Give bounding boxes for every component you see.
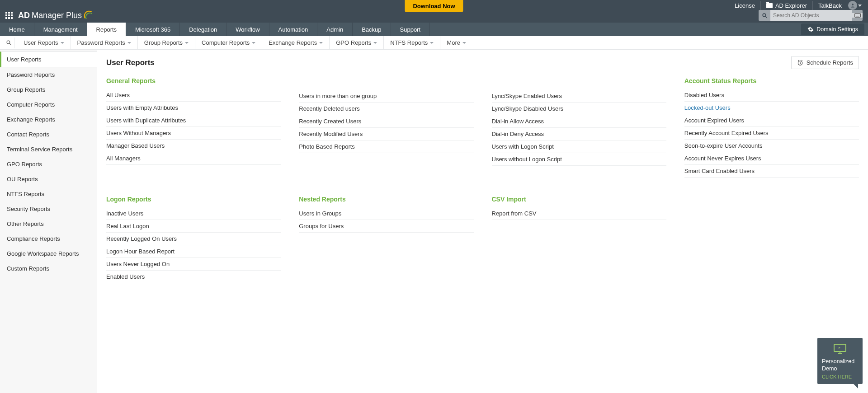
sidebar-item[interactable]: Terminal Service Reports bbox=[0, 142, 97, 157]
sidebar-item[interactable]: NTFS Reports bbox=[0, 187, 97, 201]
subnav-item[interactable]: Password Reports bbox=[71, 36, 138, 49]
tab-workflow[interactable]: Workflow bbox=[226, 23, 269, 36]
tab-admin[interactable]: Admin bbox=[317, 23, 353, 36]
sidebar-item[interactable]: Exchange Reports bbox=[0, 112, 97, 127]
subnav-search-icon[interactable] bbox=[4, 37, 14, 48]
top-bar: License AD Explorer TalkBack AD Manager … bbox=[0, 0, 868, 23]
sidebar-item[interactable]: Contact Reports bbox=[0, 127, 97, 142]
report-link[interactable]: Recently Deleted users bbox=[299, 103, 473, 115]
svg-line-14 bbox=[798, 60, 799, 61]
report-link[interactable]: Soon-to-expire User Accounts bbox=[684, 140, 859, 152]
sidebar-item[interactable]: Other Reports bbox=[0, 216, 97, 231]
tab-delegation[interactable]: Delegation bbox=[180, 23, 226, 36]
sidebar-item[interactable]: Google Workspace Reports bbox=[0, 246, 97, 261]
ad-explorer-label: AD Explorer bbox=[775, 2, 807, 9]
page-title: User Reports bbox=[106, 58, 155, 67]
content-area: User ReportsPassword ReportsGroup Report… bbox=[0, 50, 868, 393]
chevron-down-icon bbox=[127, 42, 131, 44]
report-link[interactable]: Real Last Logon bbox=[106, 220, 281, 233]
report-link[interactable]: Users in Groups bbox=[299, 207, 473, 220]
ad-explorer-link[interactable]: AD Explorer bbox=[761, 1, 813, 10]
subnav-item[interactable]: NTFS Reports bbox=[384, 36, 440, 49]
subnav-item[interactable]: Group Reports bbox=[138, 36, 195, 49]
subnav-item[interactable]: More bbox=[440, 36, 472, 49]
tab-automation[interactable]: Automation bbox=[269, 23, 318, 36]
report-link[interactable]: Locked-out Users bbox=[684, 102, 859, 114]
tab-reports[interactable]: Reports bbox=[87, 23, 127, 36]
sidebar-item[interactable]: Custom Reports bbox=[0, 261, 97, 276]
report-link[interactable]: Logon Hour Based Report bbox=[106, 245, 281, 258]
download-now-button[interactable]: Download Now bbox=[405, 0, 463, 12]
report-link[interactable]: Lync/Skype Disabled Users bbox=[492, 103, 666, 115]
chevron-down-icon bbox=[858, 5, 862, 7]
report-link[interactable]: All Users bbox=[106, 89, 281, 102]
search-ad-objects[interactable] bbox=[759, 10, 863, 21]
sidebar-item[interactable]: Group Reports bbox=[0, 82, 97, 97]
sidebar-item[interactable]: Computer Reports bbox=[0, 97, 97, 112]
account-menu[interactable] bbox=[847, 1, 863, 10]
report-link[interactable]: Users Without Managers bbox=[106, 127, 281, 140]
tab-backup[interactable]: Backup bbox=[353, 23, 391, 36]
report-link[interactable]: Users with Logon Script bbox=[492, 140, 666, 153]
demo-callout[interactable]: Personalized Demo CLICK HERE bbox=[817, 338, 863, 384]
group-title: CSV Import bbox=[492, 196, 666, 203]
report-link[interactable]: Users Never Logged On bbox=[106, 258, 281, 271]
schedule-reports-button[interactable]: Schedule Reports bbox=[791, 56, 859, 69]
brand-logo[interactable]: AD Manager Plus bbox=[18, 9, 94, 21]
svg-rect-3 bbox=[854, 14, 860, 17]
report-link[interactable]: All Managers bbox=[106, 152, 281, 165]
report-link[interactable]: Lync/Skype Enabled Users bbox=[492, 90, 666, 103]
report-link[interactable]: Dial-in Deny Access bbox=[492, 128, 666, 140]
report-link[interactable]: Inactive Users bbox=[106, 207, 281, 220]
sidebar-item[interactable]: GPO Reports bbox=[0, 157, 97, 172]
sidebar-item[interactable]: Password Reports bbox=[0, 67, 97, 82]
report-link[interactable]: Recently Account Expired Users bbox=[684, 127, 859, 140]
report-link[interactable]: Recently Created Users bbox=[299, 115, 473, 128]
license-link[interactable]: License bbox=[729, 1, 761, 10]
keyboard-icon[interactable] bbox=[852, 13, 863, 18]
sidebar-item[interactable]: Security Reports bbox=[0, 201, 97, 216]
report-link[interactable]: Account Never Expires Users bbox=[684, 152, 859, 165]
subnav-item[interactable]: Exchange Reports bbox=[262, 36, 330, 49]
domain-settings-button[interactable]: Domain Settings bbox=[801, 23, 864, 35]
report-link[interactable]: Users with Duplicate Attributes bbox=[106, 114, 281, 127]
sidebar-item[interactable]: Compliance Reports bbox=[0, 231, 97, 246]
report-link[interactable]: Manager Based Users bbox=[106, 140, 281, 152]
report-link[interactable]: Enabled Users bbox=[106, 271, 281, 283]
report-link[interactable]: Photo Based Reports bbox=[299, 140, 473, 153]
report-link[interactable]: Users with Empty Attributes bbox=[106, 102, 281, 114]
report-link[interactable]: Account Expired Users bbox=[684, 114, 859, 127]
svg-line-10 bbox=[9, 43, 11, 45]
subnav-item[interactable]: GPO Reports bbox=[330, 36, 384, 49]
tab-home[interactable]: Home bbox=[0, 23, 34, 36]
subnav-item[interactable]: User Reports bbox=[17, 36, 71, 49]
subnav-item-label: User Reports bbox=[24, 39, 58, 46]
tab-m365[interactable]: Microsoft 365 bbox=[126, 23, 180, 36]
subnav-item[interactable]: Computer Reports bbox=[195, 36, 262, 49]
tab-management[interactable]: Management bbox=[34, 23, 87, 36]
report-link[interactable]: Disabled Users bbox=[684, 89, 859, 102]
group-title: Logon Reports bbox=[106, 196, 281, 203]
apps-icon[interactable] bbox=[5, 12, 13, 19]
monitor-icon bbox=[822, 343, 858, 354]
sidebar-item[interactable]: OU Reports bbox=[0, 172, 97, 187]
talkback-link[interactable]: TalkBack bbox=[813, 1, 847, 10]
search-input[interactable] bbox=[770, 10, 852, 21]
report-link[interactable]: Report from CSV bbox=[492, 207, 666, 220]
report-link[interactable]: Groups for Users bbox=[299, 220, 473, 233]
subnav-item-label: Password Reports bbox=[77, 39, 125, 46]
chevron-down-icon bbox=[430, 42, 434, 44]
report-link[interactable]: Users in more than one group bbox=[299, 90, 473, 103]
report-link[interactable]: Dial-in Allow Access bbox=[492, 115, 666, 128]
reports-subnav: User ReportsPassword ReportsGroup Report… bbox=[0, 36, 868, 50]
report-link[interactable]: Recently Modified Users bbox=[299, 128, 473, 140]
tab-support[interactable]: Support bbox=[391, 23, 430, 36]
report-link[interactable]: Users without Logon Script bbox=[492, 153, 666, 166]
sidebar-item[interactable]: User Reports bbox=[0, 51, 97, 67]
demo-cta[interactable]: CLICK HERE bbox=[822, 374, 858, 379]
folder-icon bbox=[766, 3, 773, 8]
schedule-reports-label: Schedule Reports bbox=[807, 59, 853, 66]
report-link[interactable]: Smart Card Enabled Users bbox=[684, 165, 859, 178]
report-link[interactable]: Recently Logged On Users bbox=[106, 233, 281, 245]
subnav-item-label: Computer Reports bbox=[202, 39, 250, 46]
